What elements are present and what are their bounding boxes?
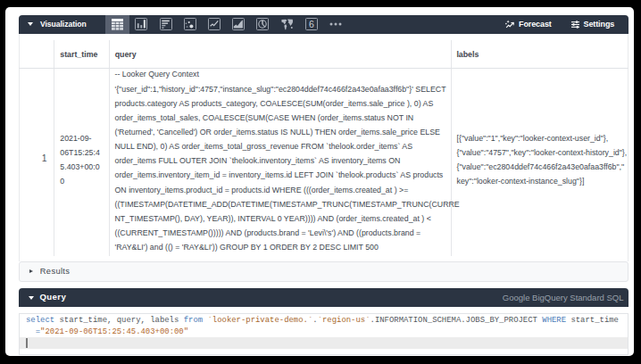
svg-text:6: 6 [309,19,314,29]
